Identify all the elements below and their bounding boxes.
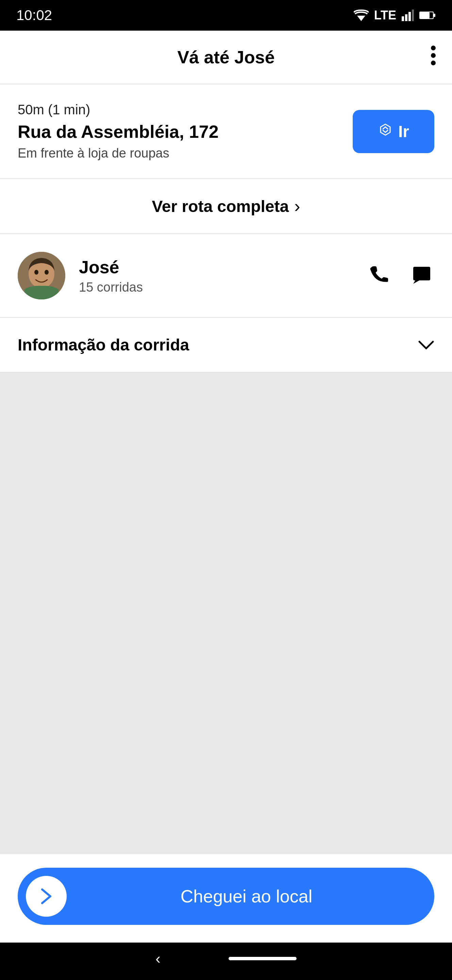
wifi-icon [354, 10, 369, 21]
route-label: Ver rota completa [152, 197, 289, 216]
more-menu-button[interactable] [431, 45, 436, 69]
svg-rect-8 [420, 12, 430, 18]
route-chevron-icon: › [294, 196, 300, 216]
svg-point-9 [431, 46, 436, 50]
bottom-section: Cheguei ao local [0, 854, 452, 943]
passenger-actions [366, 263, 434, 289]
passenger-rides: 15 corridas [79, 280, 353, 295]
svg-marker-17 [413, 280, 419, 284]
arrived-button-label: Cheguei ao local [67, 886, 426, 907]
svg-rect-1 [402, 16, 404, 21]
arrived-button[interactable]: Cheguei ao local [18, 868, 434, 925]
chevron-right-icon [37, 887, 56, 906]
address-hint: Em frente à loja de roupas [18, 146, 353, 161]
passenger-avatar [18, 252, 65, 299]
svg-point-11 [431, 60, 436, 65]
ride-info-section[interactable]: Informação da corrida [0, 318, 452, 372]
battery-icon [419, 11, 436, 20]
svg-marker-0 [357, 16, 365, 21]
svg-point-10 [431, 53, 436, 58]
svg-point-14 [34, 270, 38, 275]
top-bar: Vá até José [0, 30, 452, 84]
address-street: Rua da Assembléia, 172 [18, 121, 353, 142]
passenger-name: José [79, 257, 353, 277]
address-section: 50m (1 min) Rua da Assembléia, 172 Em fr… [0, 84, 452, 179]
nav-bar: ‹ [0, 943, 452, 980]
address-info: 50m (1 min) Rua da Assembléia, 172 Em fr… [18, 102, 353, 161]
go-button[interactable]: Ir [353, 110, 434, 153]
back-button[interactable]: ‹ [155, 950, 160, 967]
svg-rect-4 [412, 10, 414, 21]
page-title: Vá até José [177, 47, 274, 67]
ride-info-label: Informação da corrida [18, 336, 189, 354]
status-bar: 10:02 LTE [0, 0, 452, 30]
go-button-label: Ir [398, 122, 409, 141]
status-icons: LTE [354, 8, 436, 22]
address-distance: 50m (1 min) [18, 102, 353, 118]
message-button[interactable] [409, 263, 434, 289]
arrived-button-circle [26, 876, 67, 917]
phone-icon [369, 266, 389, 285]
passenger-section: José 15 corridas [0, 234, 452, 318]
map-area [0, 372, 452, 854]
signal-icon [402, 10, 414, 21]
home-indicator[interactable] [228, 957, 297, 960]
call-button[interactable] [366, 263, 392, 289]
svg-rect-3 [408, 12, 411, 21]
route-section[interactable]: Ver rota completa › [0, 179, 452, 234]
lte-icon: LTE [374, 8, 396, 22]
svg-point-15 [44, 270, 49, 275]
passenger-info: José 15 corridas [79, 257, 353, 295]
go-button-icon [378, 122, 393, 141]
svg-rect-16 [413, 267, 430, 280]
chevron-down-icon [418, 336, 434, 354]
svg-rect-6 [434, 14, 435, 17]
svg-rect-2 [405, 14, 408, 21]
status-time: 10:02 [16, 7, 52, 24]
chat-icon [412, 266, 431, 285]
